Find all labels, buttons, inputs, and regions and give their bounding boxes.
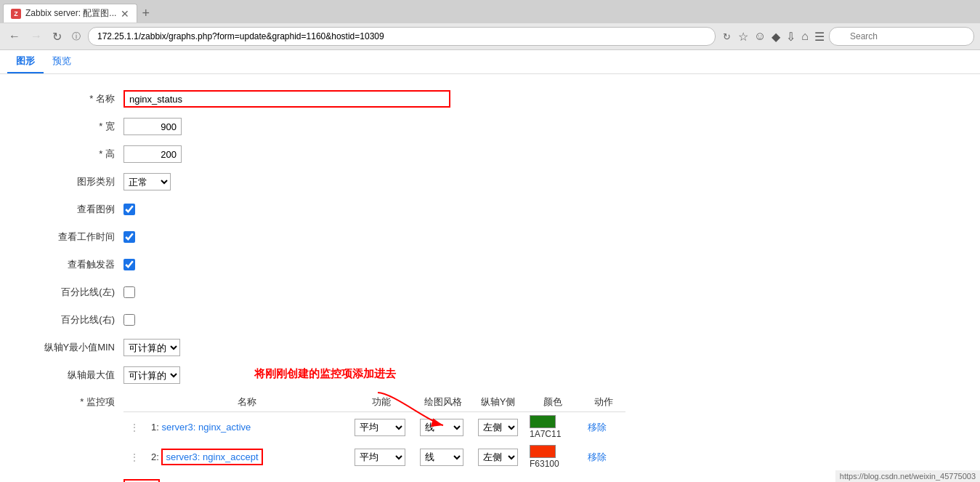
y-max-row: 纵轴最大值 可计算的 固定 监控项 [15, 365, 965, 385]
width-label: * 宽 [15, 120, 123, 133]
item-axis-2: 左侧 右侧 [472, 442, 524, 472]
percent-left-checkbox[interactable] [123, 286, 135, 298]
style-select-1[interactable]: 线 填充 [420, 419, 463, 436]
tab-close-button[interactable]: ✕ [121, 9, 129, 19]
item-style-1: 线 填充 [414, 412, 472, 443]
color-swatch-2[interactable] [530, 445, 556, 458]
shield-icon[interactable]: ◆ [772, 30, 780, 44]
menu-icon[interactable]: ☰ [814, 30, 825, 44]
form-container: * 名称 * 宽 * 高 图形类别 正常 叠加 饼图 爆炸图 查看图例 [0, 74, 980, 482]
toolbar-icons: ☆ ☺ ◆ ⇩ ⌂ ☰ [738, 30, 825, 44]
new-tab-button[interactable]: + [137, 6, 154, 21]
show-worktime-row: 查看工作时间 [15, 227, 965, 247]
function-select-2[interactable]: 平均 最小 最大 [355, 449, 405, 466]
name-input[interactable] [123, 90, 450, 108]
remove-button-1[interactable]: 移除 [588, 422, 607, 433]
forward-button[interactable]: → [28, 28, 45, 44]
color-swatch-1[interactable] [530, 415, 556, 428]
percent-right-label: 百分比线(右) [15, 313, 123, 326]
table-row: ⋮ 1: server3: nginx_active 平均 最小 最大 [123, 412, 625, 443]
monitoring-area: 将刚刚创建的监控项添加进去 名称 功能 [123, 393, 625, 472]
axis-select-2[interactable]: 左侧 右侧 [478, 449, 518, 466]
y-min-label: 纵轴Y最小值MIN [15, 341, 123, 354]
bookmarks-icon[interactable]: ☆ [738, 30, 748, 44]
status-url: https://blog.csdn.net/weixin_45775003 [840, 472, 976, 481]
show-legend-label: 查看图例 [15, 203, 123, 216]
graph-type-label: 图形类别 [15, 175, 123, 188]
download-icon[interactable]: ⇩ [786, 30, 795, 44]
y-min-select[interactable]: 可计算的 固定 监控项 [123, 339, 180, 356]
table-row: ⋮ 2: server3: nginx_accept 平均 最小 最大 [123, 442, 625, 472]
url-input[interactable] [88, 27, 716, 46]
show-triggers-row: 查看触发器 [15, 254, 965, 275]
monitoring-row: * 监控项 将刚刚创建的监控项添加进去 [15, 393, 965, 472]
graph-type-select[interactable]: 正常 叠加 饼图 爆炸图 [123, 173, 171, 190]
width-row: * 宽 [15, 116, 965, 137]
item-name-link-2[interactable]: server3: nginx_accept [161, 449, 262, 465]
item-function-1: 平均 最小 最大 [349, 412, 414, 443]
th-color: 颜色 [524, 393, 582, 412]
height-label: * 高 [15, 148, 123, 161]
search-input[interactable] [829, 27, 974, 46]
show-triggers-checkbox[interactable] [123, 259, 135, 270]
add-button-wrapper: 添加 [123, 479, 160, 482]
height-input[interactable] [123, 145, 182, 163]
name-label: * 名称 [15, 92, 123, 105]
subnav-graphs[interactable]: 图形 [7, 50, 44, 73]
drag-handle-2[interactable]: ⋮ [123, 442, 145, 472]
style-select-2[interactable]: 线 填充 [420, 449, 463, 466]
monitoring-table: 名称 功能 绘图风格 纵轴Y侧 颜色 动作 ⋮ [123, 393, 625, 472]
y-min-row: 纵轴Y最小值MIN 可计算的 固定 监控项 [15, 337, 965, 358]
item-style-2: 线 填充 [414, 442, 472, 472]
width-input[interactable] [123, 118, 182, 135]
percent-left-label: 百分比线(左) [15, 286, 123, 299]
item-function-2: 平均 最小 最大 [349, 442, 414, 472]
th-function: 功能 [349, 393, 414, 412]
tab-favicon: Z [11, 9, 21, 19]
show-worktime-label: 查看工作时间 [15, 230, 123, 244]
tab-label: Zabbix server: 配置图... [25, 7, 116, 20]
item-index-2: 2: server3: nginx_accept [145, 442, 349, 472]
show-triggers-label: 查看触发器 [15, 258, 123, 271]
color-value-2: F63100 [530, 459, 559, 469]
active-tab[interactable]: Z Zabbix server: 配置图... ✕ [3, 4, 137, 23]
page-content: 图形 预览 * 名称 * 宽 * 高 图形类别 正常 叠加 饼图 爆炸图 [0, 50, 980, 482]
th-action: 动作 [582, 393, 625, 412]
show-worktime-checkbox[interactable] [123, 231, 135, 243]
item-action-2: 移除 [582, 442, 625, 472]
sub-nav: 图形 预览 [0, 50, 980, 74]
percent-right-row: 百分比线(右) [15, 310, 965, 330]
axis-select-1[interactable]: 左侧 右侧 [478, 419, 518, 436]
item-action-1: 移除 [582, 412, 625, 443]
percent-left-row: 百分比线(左) [15, 282, 965, 302]
show-legend-row: 查看图例 [15, 199, 965, 220]
security-icon: ⓘ [69, 31, 84, 43]
show-legend-checkbox[interactable] [123, 204, 135, 215]
address-bar: ← → ↻ ⓘ ↻ ☆ ☺ ◆ ⇩ ⌂ ☰ [0, 23, 980, 49]
status-bar: https://blog.csdn.net/weixin_45775003 [835, 470, 980, 482]
subnav-preview[interactable]: 预览 [44, 50, 80, 73]
item-index-1: 1: server3: nginx_active [145, 412, 349, 443]
home-icon[interactable]: ⌂ [801, 30, 809, 43]
graph-type-row: 图形类别 正常 叠加 饼图 爆炸图 [15, 172, 965, 192]
reload-button[interactable]: ↻ [49, 28, 65, 45]
th-style: 绘图风格 [414, 393, 472, 412]
color-value-1: 1A7C11 [530, 429, 561, 439]
remove-button-2[interactable]: 移除 [588, 451, 607, 462]
item-color-2: F63100 [524, 442, 582, 472]
th-name: 名称 [145, 393, 349, 412]
refresh-button[interactable]: ↻ [720, 30, 734, 44]
function-select-1[interactable]: 平均 最小 最大 [355, 419, 405, 436]
back-button[interactable]: ← [6, 28, 23, 44]
drag-handle-1[interactable]: ⋮ [123, 412, 145, 443]
item-axis-1: 左侧 右侧 [472, 412, 524, 443]
item-name-link-1[interactable]: server3: nginx_active [161, 422, 251, 433]
height-row: * 高 [15, 144, 965, 164]
monitoring-label: * 监控项 [15, 393, 123, 409]
name-row: * 名称 [15, 89, 965, 109]
y-max-label: 纵轴最大值 [15, 369, 123, 382]
profile-icon[interactable]: ☺ [754, 30, 766, 43]
th-drag [123, 393, 145, 412]
y-max-select[interactable]: 可计算的 固定 监控项 [123, 366, 180, 384]
percent-right-checkbox[interactable] [123, 314, 135, 326]
